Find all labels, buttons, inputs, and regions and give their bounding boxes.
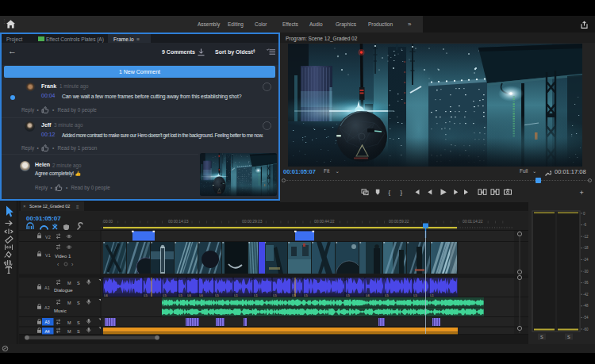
svg-text:S: S: [77, 281, 80, 285]
svg-text:V1: V1: [45, 253, 51, 258]
svg-text:-30: -30: [583, 270, 589, 274]
svg-text:L6: L6: [104, 293, 108, 297]
svg-text:S: S: [77, 329, 80, 334]
svg-text:S: S: [77, 320, 80, 325]
svg-text:≡: ≡: [76, 205, 79, 209]
svg-text:S: S: [567, 335, 570, 339]
svg-text:L5: L5: [215, 293, 219, 297]
svg-text:×: ×: [23, 204, 26, 209]
svg-text:-36: -36: [583, 281, 589, 285]
svg-text:Music: Music: [54, 308, 67, 313]
svg-text:00:00:44:22: 00:00:44:22: [314, 219, 335, 224]
svg-text:M: M: [67, 301, 71, 305]
svg-text:00:00:14:23: 00:00:14:23: [168, 219, 189, 224]
svg-text:-60: -60: [583, 328, 589, 331]
svg-text:}: }: [401, 189, 403, 196]
svg-text:-12: -12: [583, 235, 589, 239]
svg-text:L5: L5: [144, 293, 148, 297]
svg-text:-54: -54: [583, 316, 589, 320]
svg-text:A2: A2: [44, 305, 50, 310]
svg-text:Scene 12_Graded 02: Scene 12_Graded 02: [29, 204, 70, 209]
svg-text:L5: L5: [273, 293, 277, 297]
svg-text:-48: -48: [583, 304, 589, 308]
svg-text:+: +: [580, 189, 584, 197]
svg-text:L5: L5: [385, 293, 389, 297]
svg-text:A4: A4: [45, 329, 50, 334]
svg-text:L6: L6: [366, 293, 370, 297]
svg-text:-42: -42: [583, 293, 589, 297]
svg-text:L5: L5: [163, 293, 167, 297]
svg-text:M: M: [67, 329, 71, 334]
svg-text:A1: A1: [44, 285, 50, 290]
svg-text:00:00:29:23: 00:00:29:23: [242, 219, 263, 224]
svg-text:-24: -24: [583, 258, 589, 262]
svg-text:L5: L5: [413, 293, 417, 297]
svg-text:L5: L5: [346, 293, 350, 297]
svg-text:-6: -6: [583, 223, 586, 227]
svg-text:L5: L5: [292, 293, 296, 297]
svg-text:S: S: [540, 335, 543, 339]
svg-text:M: M: [67, 281, 71, 285]
svg-text:Dialogue: Dialogue: [54, 288, 73, 293]
svg-text:V2: V2: [45, 235, 51, 239]
svg-text:00:00: 00:00: [103, 219, 113, 224]
svg-text:L6: L6: [199, 293, 203, 297]
svg-text:L5: L5: [304, 293, 308, 297]
svg-text:Video 1: Video 1: [55, 254, 71, 259]
svg-text:S: S: [77, 301, 80, 305]
svg-text:00:01:05:07: 00:01:05:07: [26, 215, 61, 222]
svg-text:L1: L1: [254, 293, 258, 297]
svg-text:{: {: [389, 189, 391, 196]
svg-text:L5: L5: [178, 293, 182, 297]
svg-text:A3: A3: [45, 320, 50, 324]
svg-text:L6: L6: [187, 293, 191, 297]
svg-text:L1: L1: [430, 293, 434, 297]
svg-text:L1: L1: [234, 293, 238, 297]
svg-text:M: M: [67, 320, 71, 325]
svg-text:-18: -18: [583, 246, 589, 250]
